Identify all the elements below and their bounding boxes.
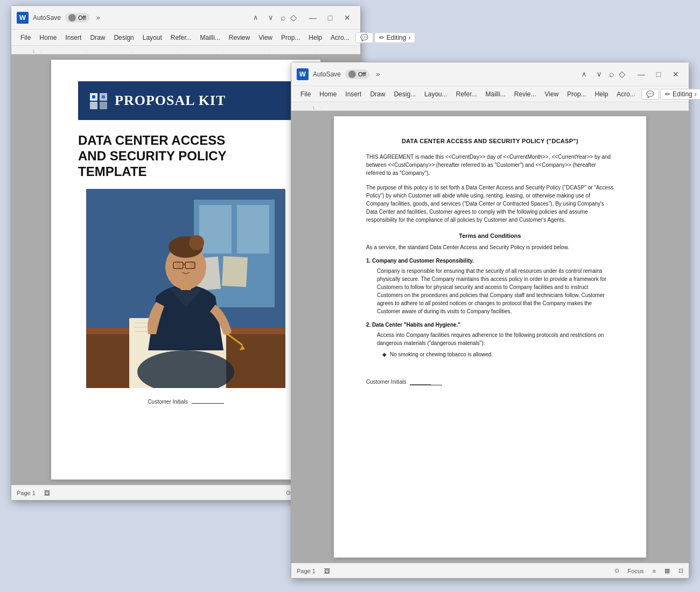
autosave-label-1: AutoSave [33,14,61,22]
autosave-toggle-2[interactable]: Off [345,69,369,79]
toggle-dot-1 [68,14,76,22]
editing-chevron-1: › [408,34,410,41]
toggle-dot-2 [348,71,356,78]
menu-layout-2[interactable]: Layou... [421,89,451,100]
cover-header: PROPOSAL KIT [78,81,293,120]
initials-line-doc: _______ [410,379,442,385]
menu-file-1[interactable]: File [17,32,34,43]
status-icon-2a[interactable]: 🖼 [324,568,330,574]
menu-design-2[interactable]: Desig... [390,89,419,100]
focus-icon-2[interactable]: ⊙ [614,567,619,574]
menu-references-1[interactable]: Refer... [167,32,195,43]
menu-proofing-2[interactable]: Prop... [563,89,590,100]
autosave-label-2: AutoSave [313,71,341,78]
doc-area-2: DATA CENTER ACCESS AND SECURITY POLICY (… [291,111,689,563]
ruler-inner-1: L · · · · · · · [11,46,360,54]
comment-icon-1: 💬 [360,34,368,41]
doc-terms-title: Terms and Conditions [366,232,614,239]
svg-rect-6 [102,95,105,98]
close-btn-1[interactable]: ✕ [340,12,355,24]
minimize-btn-1[interactable]: — [305,12,320,24]
titlebar-1: W AutoSave Off » ∧ ∨ ⌕ ◇ — □ ✕ [11,6,360,30]
menu-references-2[interactable]: Refer... [452,89,481,100]
cover-image [86,189,285,388]
menu-draw-1[interactable]: Draw [86,32,109,43]
word-logo-1: W [17,12,29,24]
title-nav-more-1[interactable]: » [94,12,103,23]
nav-next-1[interactable]: ∨ [265,12,276,23]
minimize-btn-2[interactable]: — [634,68,649,80]
menu-insert-2[interactable]: Insert [341,89,365,100]
editing-label-2: Editing [673,90,692,98]
menu-help-2[interactable]: Help [591,89,612,100]
title-nav-more-2[interactable]: » [374,69,383,79]
doc-page-1: PROPOSAL KIT DATA CENTER ACCESS AND SECU… [51,60,320,480]
word-logo-2: W [297,68,309,80]
view-icon-2c[interactable]: ⊡ [678,567,683,574]
svg-rect-4 [100,102,107,109]
nav-prev-2[interactable]: ∧ [579,69,590,79]
svg-rect-3 [90,102,97,109]
diamond-icon-1: ◇ [290,12,297,23]
focus-icon-1[interactable]: ⊙ [286,489,291,496]
menu-insert-1[interactable]: Insert [61,32,85,43]
close-btn-2[interactable]: ✕ [668,68,683,80]
svg-point-24 [176,262,181,269]
pencil-icon-1: ✏ [379,34,384,41]
menu-home-2[interactable]: Home [316,89,340,100]
editing-chevron-2: › [695,90,697,98]
svg-point-23 [189,235,204,250]
nav-prev-1[interactable]: ∧ [250,12,261,23]
svg-rect-5 [92,95,95,98]
focus-label-2: Focus [628,568,644,574]
menu-draw-2[interactable]: Draw [366,89,389,100]
menu-home-1[interactable]: Home [36,32,60,43]
status-icon-1a[interactable]: 🖼 [44,490,50,496]
initials-line-cover [192,403,224,404]
menu-mailings-2[interactable]: Mailli... [481,89,509,100]
svg-rect-10 [237,205,269,253]
autosave-toggle-1[interactable]: Off [65,13,89,23]
bullet-diamond-1: ◆ [382,351,387,357]
doc-section1-text: Company is responsible for ensuring that… [377,267,614,315]
customer-initials-doc: Customer Initials _______ [366,379,614,385]
view-icon-2b[interactable]: ▦ [664,567,670,574]
menu-acrobat-1[interactable]: Acro... [327,32,353,43]
comment-button-2[interactable]: 💬 [641,89,659,100]
search-icon-2[interactable]: ⌕ [609,69,614,79]
editing-button-2[interactable]: ✏ Editing › [660,89,700,100]
menu-review-2[interactable]: Revie... [510,89,540,100]
maximize-btn-2[interactable]: □ [651,68,666,80]
status-bar-2: Page 1 🖼 ⊙ Focus ≡ ▦ ⊡ [291,563,689,578]
menu-layout-1[interactable]: Layout [139,32,166,43]
menu-view-2[interactable]: View [541,89,563,100]
page-status-2: Page 1 [297,568,316,574]
menu-file-2[interactable]: File [297,89,314,100]
svg-rect-12 [222,256,248,287]
doc-section2-intro: Access into Company facilities requires … [377,331,614,347]
comment-button-1[interactable]: 💬 [355,32,373,43]
doc-section2-title: 2. Data Center "Habits and Hygiene." [366,322,614,328]
menubar-2: File Home Insert Draw Desig... Layou... … [291,86,689,102]
diamond-icon-2: ◇ [619,69,625,79]
search-icon-1[interactable]: ⌕ [281,13,286,23]
view-icon-2a[interactable]: ≡ [653,568,656,574]
menu-view-1[interactable]: View [255,32,276,43]
toggle-state-1: Off [78,15,86,21]
person-illustration [86,189,285,388]
editing-label-1: Editing [387,34,407,41]
menu-design-1[interactable]: Design [110,32,137,43]
menu-proofing-1[interactable]: Prop... [277,32,304,43]
maximize-btn-1[interactable]: □ [323,12,338,24]
doc-purpose-text: The purpose of this policy is to set for… [366,184,614,224]
menu-mailings-1[interactable]: Mailli... [196,32,223,43]
menu-help-1[interactable]: Help [305,32,326,43]
ruler-2: L · · · · · · · [291,102,689,111]
menu-review-1[interactable]: Review [225,32,254,43]
editing-button-1[interactable]: ✏ Editing › [374,32,416,43]
customer-initials-cover: Customer Initials [78,399,293,405]
word-window-2: W AutoSave Off » ∧ ∨ ⌕ ◇ — □ ✕ File Home… [291,62,689,579]
pencil-icon-2: ✏ [665,90,670,98]
menu-acrobat-2[interactable]: Acro... [613,89,639,100]
nav-next-2[interactable]: ∨ [594,69,605,79]
